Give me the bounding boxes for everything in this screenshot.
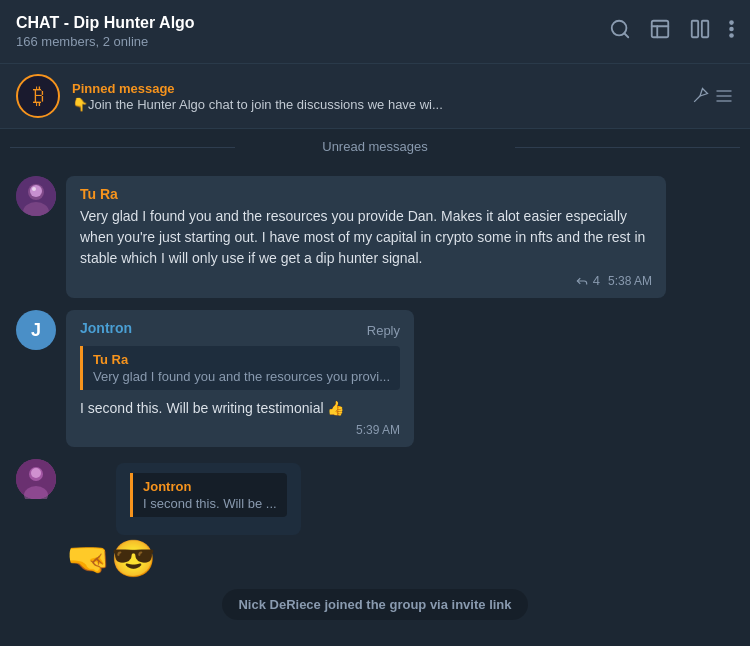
search-icon[interactable]: [609, 18, 631, 45]
svg-point-18: [32, 187, 36, 191]
quote-sender: Tu Ra: [93, 352, 390, 367]
pinned-label: Pinned message: [72, 81, 678, 96]
join-notification: Nick DeRiece joined the group via invite…: [222, 589, 527, 620]
timestamp: 5:38 AM: [608, 274, 652, 288]
svg-point-22: [31, 468, 41, 478]
forward-content: Jontron I second this. Will be ... 🤜😎: [66, 459, 301, 577]
svg-line-1: [624, 33, 628, 37]
sender-name: Tu Ra: [80, 186, 652, 202]
message-text: I second this. Will be writing testimoni…: [80, 398, 400, 419]
quote-sender: Jontron: [143, 479, 277, 494]
unread-label: Unread messages: [322, 139, 428, 154]
chat-header: CHAT - Dip Hunter Algo 166 members, 2 on…: [0, 0, 750, 64]
reaction-count: 4: [575, 273, 600, 288]
svg-rect-6: [702, 21, 708, 38]
more-options-icon[interactable]: [729, 18, 734, 45]
forward-bubble: Jontron I second this. Will be ...: [116, 463, 301, 535]
svg-point-17: [30, 185, 42, 197]
unread-divider: Unread messages: [0, 129, 750, 164]
avatar: J: [16, 310, 56, 350]
message-bubble: Jontron Reply Tu Ra Very glad I found yo…: [66, 310, 414, 447]
quote-block: Tu Ra Very glad I found you and the reso…: [80, 346, 400, 390]
reactions-icon[interactable]: [649, 18, 671, 45]
avatar: [16, 176, 56, 216]
quote-text: I second this. Will be ...: [143, 496, 277, 511]
message-footer: 4 5:38 AM: [80, 273, 652, 288]
columns-icon[interactable]: [689, 18, 711, 45]
svg-rect-2: [652, 21, 669, 38]
timestamp: 5:39 AM: [356, 423, 400, 437]
message-bubble: Tu Ra Very glad I found you and the reso…: [66, 176, 666, 298]
pin-action-icon[interactable]: [690, 86, 734, 106]
message-footer: 5:39 AM: [80, 423, 400, 437]
header-actions: [609, 18, 734, 45]
reply-button[interactable]: Reply: [367, 323, 400, 338]
chat-area: Tu Ra Very glad I found you and the reso…: [0, 164, 750, 632]
svg-point-9: [729, 33, 734, 38]
avatar: [16, 459, 56, 499]
bitcoin-icon: ₿: [33, 83, 44, 109]
chat-title: CHAT - Dip Hunter Algo: [16, 14, 195, 32]
join-notification-row: Nick DeRiece joined the group via invite…: [0, 581, 750, 624]
join-text: Nick DeRiece joined the group via invite…: [238, 597, 511, 612]
pinned-avatar: ₿: [16, 74, 60, 118]
message-text: Very glad I found you and the resources …: [80, 206, 652, 269]
svg-point-8: [729, 27, 734, 32]
header-info: CHAT - Dip Hunter Algo 166 members, 2 on…: [16, 14, 195, 49]
pinned-message-bar[interactable]: ₿ Pinned message 👇Join the Hunter Algo c…: [0, 64, 750, 129]
quote-block: Jontron I second this. Will be ...: [130, 473, 287, 517]
quote-text: Very glad I found you and the resources …: [93, 369, 390, 384]
message-row: Tu Ra Very glad I found you and the reso…: [0, 172, 750, 302]
sender-name: Jontron: [80, 320, 132, 336]
svg-rect-5: [692, 21, 698, 38]
reaction-number: 4: [593, 273, 600, 288]
forward-row: Jontron I second this. Will be ... 🤜😎: [0, 455, 750, 581]
pinned-text: 👇Join the Hunter Algo chat to join the d…: [72, 97, 678, 112]
pinned-content: Pinned message 👇Join the Hunter Algo cha…: [72, 81, 678, 112]
svg-point-7: [729, 20, 734, 25]
emoji-reaction: 🤜😎: [66, 541, 301, 577]
member-count: 166 members, 2 online: [16, 34, 195, 49]
message-row: J Jontron Reply Tu Ra Very glad I found …: [0, 306, 750, 451]
